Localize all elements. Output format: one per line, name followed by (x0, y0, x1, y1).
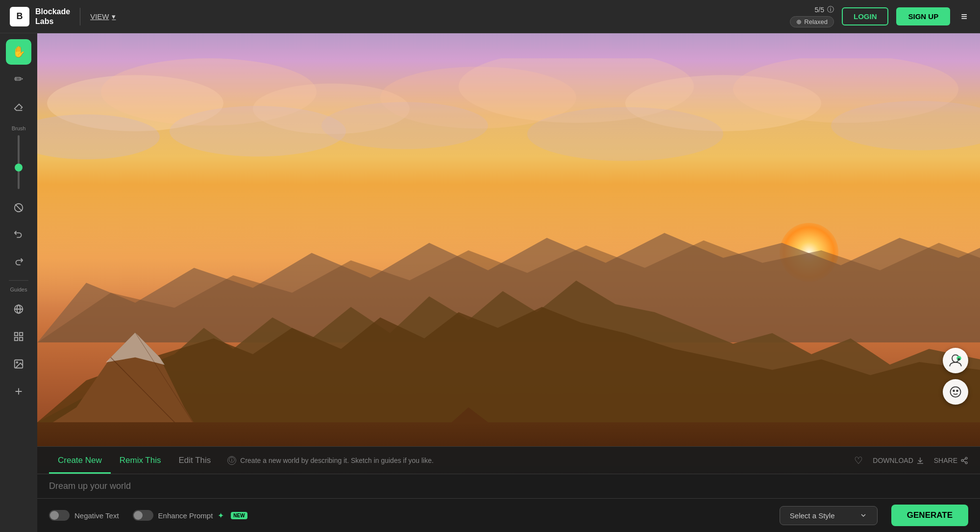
bottom-panel: Create New Remix This Edit This ⓘ Create… (37, 446, 980, 532)
controls-row: Negative Text Enhance Prompt ✦ NEW Selec… (37, 498, 980, 532)
relaxed-icon: ⊕ (796, 18, 802, 25)
svg-point-17 (170, 106, 346, 156)
svg-line-1 (15, 204, 22, 211)
generate-button[interactable]: GENERATE (891, 505, 968, 526)
usage-info: 5/5 ⓘ ⊕ Relaxed (790, 5, 834, 27)
brush-slider[interactable] (18, 135, 20, 189)
svg-rect-5 (15, 338, 18, 340)
svg-text:✦: ✦ (957, 358, 960, 361)
svg-line-40 (963, 459, 966, 460)
enhance-prompt-toggle[interactable] (133, 510, 153, 521)
fab-container: ✦ (943, 348, 968, 405)
svg-point-8 (16, 362, 18, 363)
download-button[interactable]: DOWNLOAD (873, 457, 924, 464)
tabs-row: Create New Remix This Edit This ⓘ Create… (37, 447, 980, 474)
prompt-input[interactable] (49, 481, 968, 491)
tool-restrict[interactable] (6, 195, 31, 220)
svg-point-19 (527, 107, 723, 161)
prompt-row (37, 474, 980, 498)
svg-point-34 (953, 390, 955, 391)
new-badge: NEW (231, 512, 247, 519)
svg-point-36 (965, 457, 967, 459)
tool-image[interactable] (6, 351, 31, 377)
logo-icon[interactable]: B (10, 7, 29, 26)
tool-globe[interactable] (6, 296, 31, 322)
header-divider (80, 8, 80, 25)
chevron-down-icon: ▾ (112, 12, 116, 21)
enhance-prompt-group: Enhance Prompt ✦ NEW (133, 510, 247, 521)
svg-rect-4 (20, 333, 23, 336)
enhance-prompt-label: Enhance Prompt (158, 511, 213, 520)
svg-point-18 (321, 102, 488, 149)
svg-point-38 (965, 461, 967, 463)
info-icon: ⓘ (827, 5, 834, 14)
favorite-button[interactable]: ♡ (854, 455, 863, 466)
tool-undo[interactable] (6, 222, 31, 248)
share-button[interactable]: SHARE (934, 457, 968, 464)
brush-area: Brush (0, 121, 37, 193)
header-right: 5/5 ⓘ ⊕ Relaxed LOGIN SIGN UP ≡ (790, 5, 970, 27)
toggle-knob (50, 511, 59, 520)
avatar-fab[interactable]: ✦ (943, 348, 968, 373)
slider-handle[interactable] (15, 164, 23, 171)
negative-text-group: Negative Text (49, 510, 119, 521)
style-select[interactable]: Select a Style (780, 506, 878, 525)
guides-label: Guides (10, 287, 27, 292)
svg-point-33 (951, 387, 961, 397)
tool-grid[interactable] (6, 324, 31, 349)
sidebar: ✋ ✏ Brush Guides (0, 33, 37, 532)
tool-plus[interactable] (6, 379, 31, 404)
emoji-fab[interactable] (943, 379, 968, 405)
svg-line-39 (963, 461, 966, 462)
signup-button[interactable]: SIGN UP (896, 7, 950, 25)
app-header: B BlockadeLabs VIEW ▾ 5/5 ⓘ ⊕ Relaxed LO… (0, 0, 980, 33)
svg-rect-3 (15, 333, 18, 336)
svg-rect-6 (20, 338, 23, 340)
logo-text: BlockadeLabs (35, 7, 70, 25)
svg-point-37 (961, 459, 963, 461)
view-button[interactable]: VIEW ▾ (90, 12, 116, 21)
tool-hand[interactable]: ✋ (6, 39, 31, 65)
tool-eraser[interactable] (6, 94, 31, 120)
logo-area: B BlockadeLabs (10, 7, 70, 26)
tab-remix-this[interactable]: Remix This (111, 447, 170, 474)
negative-text-toggle[interactable] (49, 510, 70, 521)
tool-pencil[interactable]: ✏ (6, 67, 31, 92)
chevron-down-icon (859, 511, 867, 519)
tab-edit-this[interactable]: Edit This (170, 447, 220, 474)
login-button[interactable]: LOGIN (842, 7, 889, 25)
negative-text-label: Negative Text (74, 511, 119, 520)
tab-create-new[interactable]: Create New (49, 447, 111, 474)
sidebar-divider (9, 280, 28, 281)
sparkle-icon: ✦ (218, 511, 224, 520)
tab-actions: ♡ DOWNLOAD SHARE (854, 455, 968, 466)
svg-point-35 (956, 390, 958, 391)
menu-button[interactable]: ≡ (958, 7, 970, 26)
relaxed-badge[interactable]: ⊕ Relaxed (790, 16, 834, 27)
brush-label: Brush (12, 125, 26, 131)
info-icon: ⓘ (227, 456, 236, 465)
toggle-knob-2 (134, 511, 143, 520)
tool-redo[interactable] (6, 250, 31, 275)
usage-count: 5/5 ⓘ (815, 5, 834, 14)
tab-info: ⓘ Create a new world by describing it. S… (227, 456, 854, 465)
